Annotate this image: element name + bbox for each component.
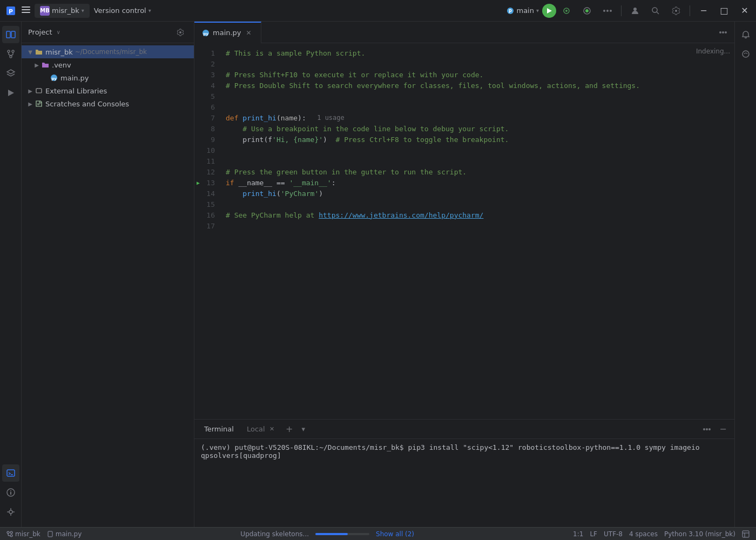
tree-item-root[interactable]: ▼ misr_bk ~/Documents/misr_bk xyxy=(22,45,194,58)
sidebar-item-terminal[interactable] xyxy=(2,464,19,482)
run-gutter-icon: ▶ xyxy=(197,180,200,186)
svg-rect-2 xyxy=(22,6,30,8)
code-editor[interactable]: Indexing... 1 2 3 4 5 6 7 8 9 10 11 xyxy=(194,43,734,419)
terminal-options-button[interactable] xyxy=(700,422,714,436)
search-button[interactable] xyxy=(649,4,663,18)
statusbar-filename: main.py xyxy=(56,530,82,538)
terminal-prompt: (.venv) put@put-V520S-08IKL:~/Documents/… xyxy=(201,443,404,451)
svg-point-43 xyxy=(10,535,12,537)
statusbar-left: misr_bk main.py xyxy=(4,528,84,541)
notifications-button[interactable] xyxy=(737,26,754,43)
project-settings-button[interactable] xyxy=(173,25,187,39)
tabs-more-button[interactable] xyxy=(716,25,730,39)
statusbar-branch[interactable]: misr_bk xyxy=(4,528,43,541)
statusbar-layout-button[interactable] xyxy=(740,528,752,541)
svg-marker-24 xyxy=(8,90,14,96)
bottom-tabs: Terminal Local ✕ + ▾ − xyxy=(194,420,734,439)
version-control-chevron-icon: ▾ xyxy=(148,8,151,14)
tree-chevron-root: ▼ xyxy=(26,48,35,56)
svg-point-29 xyxy=(9,510,12,514)
settings-button[interactable] xyxy=(669,4,683,18)
terminal-minimize-button[interactable]: − xyxy=(716,422,730,436)
version-control-selector[interactable]: Version control ▾ xyxy=(94,6,151,15)
scratch-icon xyxy=(35,99,43,108)
line-numbers: 1 2 3 4 5 6 7 8 9 10 11 12 ▶ xyxy=(194,43,221,419)
tree-label-mainpy: main.py xyxy=(60,74,89,82)
statusbar-line-endings[interactable]: LF xyxy=(588,528,599,541)
terminal-tab-chevron[interactable]: ▾ xyxy=(298,423,309,435)
tree-item-venv[interactable]: ▶ .venv xyxy=(22,58,194,71)
local-tab[interactable]: Local ✕ xyxy=(241,423,281,435)
tab-close-mainpy[interactable]: ✕ xyxy=(245,29,253,37)
svg-text:P: P xyxy=(9,8,13,15)
statusbar-file[interactable]: main.py xyxy=(45,528,84,541)
minimize-button[interactable]: − xyxy=(697,4,711,18)
local-tab-close[interactable]: ✕ xyxy=(268,426,276,433)
run-config-selector[interactable]: P main ▾ xyxy=(507,6,539,15)
terminal-tab[interactable]: Terminal xyxy=(199,423,239,435)
sidebar-item-project[interactable] xyxy=(2,26,19,43)
code-line-14: print_hi('PyCharm') xyxy=(221,188,734,199)
close-button[interactable]: ✕ xyxy=(738,4,752,18)
run-button[interactable] xyxy=(542,4,556,18)
local-tab-label: Local xyxy=(247,425,265,433)
statusbar-show-all[interactable]: Show all (2) xyxy=(374,528,416,541)
svg-point-27 xyxy=(10,490,11,491)
settings-icon xyxy=(672,6,680,15)
more-icon xyxy=(603,10,612,12)
menu-icon[interactable] xyxy=(22,5,30,16)
svg-text:P: P xyxy=(509,9,512,14)
titlebar: P MB misr_bk ▾ Version control ▾ P main … xyxy=(0,0,756,22)
ln-2: 2 xyxy=(194,58,221,69)
version-control-label: Version control xyxy=(94,6,146,15)
project-panel: Project ∨ ▼ misr_bk ~/Documents/misr_bk … xyxy=(22,22,194,527)
editor-tabs: py main.py ✕ xyxy=(194,22,734,43)
ln-14: 14 xyxy=(194,188,221,199)
statusbar-status-text: Updating skeletons... xyxy=(238,528,311,541)
tree-item-extlibs[interactable]: ▶ External Libraries xyxy=(22,84,194,97)
statusbar-center: Updating skeletons... Show all (2) xyxy=(90,528,564,541)
maximize-button[interactable]: □ xyxy=(717,4,731,18)
tree-item-scratches[interactable]: ▶ Scratches and Consoles xyxy=(22,97,194,110)
profile-button[interactable] xyxy=(628,4,642,18)
python-file-icon: py xyxy=(50,73,58,82)
svg-point-41 xyxy=(742,51,749,57)
add-terminal-button[interactable]: + xyxy=(284,423,295,435)
editor-tab-mainpy[interactable]: py main.py ✕ xyxy=(194,22,261,43)
svg-point-15 xyxy=(633,8,637,11)
terminal-content[interactable]: (.venv) put@put-V520S-08IKL:~/Documents/… xyxy=(194,439,734,527)
more-options-button[interactable] xyxy=(600,4,615,18)
svg-point-16 xyxy=(652,8,657,12)
statusbar-position[interactable]: 1:1 xyxy=(571,528,585,541)
statusbar-encoding[interactable]: UTF-8 xyxy=(602,528,625,541)
code-line-12: # Press the green button in the gutter t… xyxy=(221,166,734,177)
layout-icon xyxy=(742,530,750,538)
file-icon xyxy=(47,531,53,537)
tree-path-root: ~/Documents/misr_bk xyxy=(75,48,147,56)
svg-point-21 xyxy=(12,50,14,52)
editor-area: py main.py ✕ Indexing... 1 2 3 xyxy=(194,22,734,419)
ai-assistant-button[interactable] xyxy=(737,45,754,63)
code-line-7: def print_hi(name): 1 usage xyxy=(221,112,734,123)
project-chevron-icon: ▾ xyxy=(82,8,84,14)
sidebar-item-git[interactable] xyxy=(2,45,19,63)
branch-icon xyxy=(6,531,13,537)
sidebar-item-info[interactable] xyxy=(2,484,19,501)
ai-icon xyxy=(741,50,750,58)
sidebar-item-run[interactable] xyxy=(2,84,19,102)
coverage-button[interactable] xyxy=(580,4,594,18)
svg-point-22 xyxy=(10,56,12,58)
statusbar-python-version[interactable]: Python 3.10 (misr_bk) xyxy=(662,528,738,541)
ln-5: 5 xyxy=(194,91,221,102)
svg-point-36 xyxy=(722,31,724,33)
ln-1: 1 xyxy=(194,48,221,58)
sidebar-item-plugin[interactable] xyxy=(2,503,19,521)
statusbar-indent[interactable]: 4 spaces xyxy=(627,528,660,541)
statusbar-branch-name: misr_bk xyxy=(15,530,40,538)
main-layout: Project ∨ ▼ misr_bk ~/Documents/misr_bk … xyxy=(0,22,756,527)
debug-button[interactable] xyxy=(559,4,573,18)
tree-item-mainpy[interactable]: py main.py xyxy=(22,71,194,84)
run-config: P main ▾ xyxy=(507,4,573,18)
project-selector[interactable]: MB misr_bk ▾ xyxy=(35,4,90,18)
sidebar-item-layers[interactable] xyxy=(2,65,19,82)
